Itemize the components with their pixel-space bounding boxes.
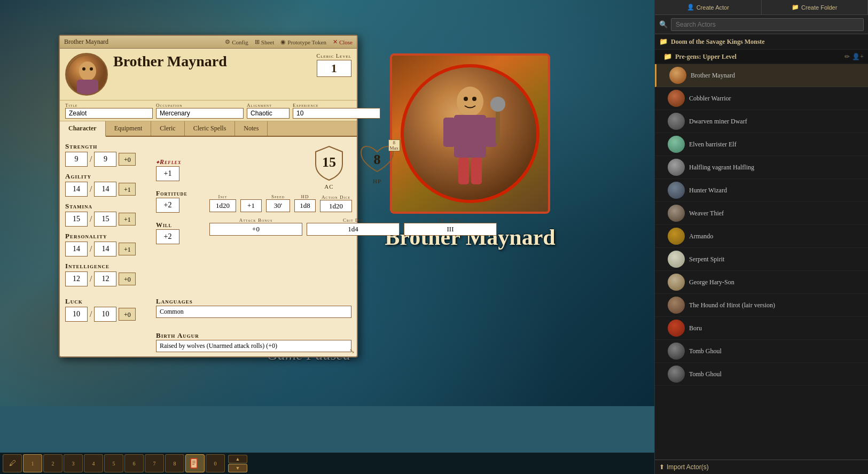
alignment-select[interactable]: ChaoticNeutralLawful	[247, 108, 290, 119]
toolbar-nav-up[interactable]: ▲	[228, 455, 247, 463]
config-button[interactable]: ⚙ Config	[225, 38, 248, 45]
sheet-actor-name-label: Brother Maynard	[64, 38, 108, 46]
luck-base[interactable]	[65, 307, 88, 322]
agility-modifier: +1	[119, 183, 136, 196]
birth-augur-input[interactable]	[156, 340, 351, 352]
languages-input[interactable]	[156, 306, 351, 318]
agility-mod-raw[interactable]	[94, 182, 116, 197]
tab-notes[interactable]: Notes	[235, 121, 268, 136]
toolbar-slot-label-5: 5	[113, 461, 115, 467]
init-input[interactable]	[209, 199, 236, 212]
char-details-row: Title Occupation Alignment ChaoticNeutra…	[60, 100, 357, 121]
tab-cleric[interactable]: Cleric	[151, 121, 184, 136]
toolbar-slot-5[interactable]: 5	[104, 454, 123, 472]
personality-mod-raw[interactable]	[94, 242, 116, 257]
toolbar-slot-label-2: 2	[52, 461, 54, 467]
folder-edit-icon[interactable]: ✏	[844, 53, 850, 61]
toolbar-nav-down[interactable]: ▼	[228, 464, 247, 472]
strength-mod-raw[interactable]	[94, 152, 116, 167]
crit-table-input[interactable]	[404, 223, 497, 236]
toolbar-slot-draw[interactable]: 🖊	[3, 454, 22, 472]
close-button[interactable]: ✕ Close	[333, 38, 353, 45]
folder-doom-icon: 📁	[659, 37, 668, 46]
luck-mod-raw[interactable]	[94, 307, 116, 322]
actor-item-brother-maynard[interactable]: Brother Maynard	[655, 64, 868, 87]
stamina-base[interactable]	[65, 212, 88, 227]
folder-doom-savage[interactable]: 📁 Doom of the Savage Kings Monste	[655, 34, 868, 50]
saves-column: ⌖Reflex Fortitude Will	[156, 142, 204, 292]
speed-input[interactable]	[266, 199, 290, 212]
actor-avatar-weaver-thief	[668, 205, 685, 222]
actor-item-hound-of-hirot[interactable]: The Hound of Hirot (lair version)	[655, 294, 868, 317]
ac-value[interactable]: 15	[322, 154, 336, 170]
actor-item-halfling-vagrant[interactable]: Halfling vagrant Halfling	[655, 156, 868, 179]
languages-label: Languages	[156, 297, 351, 306]
reflex-value[interactable]	[156, 166, 179, 181]
cleric-level-input[interactable]: 1	[317, 60, 351, 77]
actor-item-tomb-ghoul-2[interactable]: Tomb Ghoul	[655, 363, 868, 386]
stat-sep-int: /	[90, 274, 92, 284]
sheet-resize-handle[interactable]: ⤡	[349, 347, 355, 355]
tab-equipment[interactable]: Equipment	[106, 121, 152, 136]
crit-die-group: Crit Die	[307, 217, 400, 236]
toolbar-slot-9[interactable]	[185, 454, 205, 472]
toolbar-slot-6[interactable]: 6	[124, 454, 144, 472]
experience-input[interactable]	[293, 108, 380, 119]
strength-modifier: +0	[119, 153, 136, 166]
actor-item-elven-barrister[interactable]: Elven barrister Elf	[655, 133, 868, 156]
agility-base[interactable]	[65, 182, 88, 197]
alignment-label: Alignment	[247, 103, 290, 108]
actor-name-brother-maynard: Brother Maynard	[691, 72, 735, 80]
sheet-button[interactable]: ⊞ Sheet	[255, 38, 274, 45]
fortitude-block: Fortitude	[156, 190, 204, 213]
actor-item-george-hary-son[interactable]: George Hary-Son	[655, 271, 868, 294]
personality-label: Personality	[65, 232, 151, 240]
fortitude-value[interactable]	[156, 198, 179, 213]
toolbar-slot-3[interactable]: 3	[64, 454, 83, 472]
intelligence-base[interactable]	[65, 271, 88, 286]
toolbar-slot-2[interactable]: 2	[43, 454, 62, 472]
search-actors-input[interactable]	[671, 18, 864, 31]
action-dice-select[interactable]: 1d202d20	[320, 200, 352, 212]
hd-label: HD	[294, 194, 316, 199]
actor-item-dwarven-miner[interactable]: Dwarven miner Dwarf	[655, 110, 868, 133]
crit-table-group: Crit Table	[404, 217, 497, 236]
attack-bonus-input[interactable]	[209, 223, 302, 236]
toolbar-slot-8[interactable]: 8	[165, 454, 184, 472]
import-actors-button[interactable]: ⬆ Import Actor(s)	[659, 463, 709, 471]
folder-add-icon[interactable]: 👤+	[852, 53, 864, 61]
actor-name-halfling-vagrant: Halfling vagrant Halfling	[689, 164, 754, 172]
create-actor-button[interactable]: 👤 Create Actor	[655, 0, 762, 14]
stamina-mod-raw[interactable]	[94, 212, 116, 227]
strength-base[interactable]	[65, 152, 88, 167]
crit-die-input[interactable]	[307, 223, 400, 236]
svg-rect-6	[496, 107, 500, 144]
tab-character[interactable]: Character	[60, 121, 106, 137]
hp-stat: 8 8Max HP	[358, 142, 396, 190]
toolbar-slot-0[interactable]: 0	[206, 454, 225, 472]
occupation-input[interactable]	[156, 108, 244, 119]
stat-sep-per: /	[90, 244, 92, 254]
actor-item-weaver-thief[interactable]: Weaver Thief	[655, 202, 868, 225]
init-bonus-input[interactable]	[240, 199, 262, 212]
actor-item-tomb-ghoul-1[interactable]: Tomb Ghoul	[655, 340, 868, 363]
create-folder-button[interactable]: 📁 Create Folder	[762, 0, 869, 14]
actor-item-serpent-spirit[interactable]: Serpent Spirit	[655, 248, 868, 271]
prototype-token-button[interactable]: ◉ Prototype Token	[280, 38, 326, 45]
folder-pregens[interactable]: 📁 Pre-gens: Upper Level ✏ 👤+	[655, 50, 868, 64]
hp-value[interactable]: 8	[374, 152, 381, 168]
will-value[interactable]	[156, 229, 179, 244]
actor-item-hunter-wizard[interactable]: Hunter Wizard	[655, 179, 868, 202]
hd-input[interactable]	[294, 199, 316, 212]
actor-item-armando[interactable]: Armando	[655, 225, 868, 248]
actor-item-cobbler-warrior[interactable]: Cobbler Warrior	[655, 87, 868, 110]
toolbar-slot-7[interactable]: 7	[145, 454, 164, 472]
toolbar-slot-4[interactable]: 4	[84, 454, 103, 472]
personality-base[interactable]	[65, 242, 88, 257]
portrait-box[interactable]	[65, 53, 108, 96]
actor-item-boru[interactable]: Boru	[655, 317, 868, 340]
tab-cleric-spells[interactable]: Cleric Spells	[185, 121, 236, 136]
toolbar-slot-1[interactable]: 1	[23, 454, 42, 472]
title-input[interactable]	[65, 108, 153, 119]
intelligence-mod-raw[interactable]	[94, 271, 116, 286]
